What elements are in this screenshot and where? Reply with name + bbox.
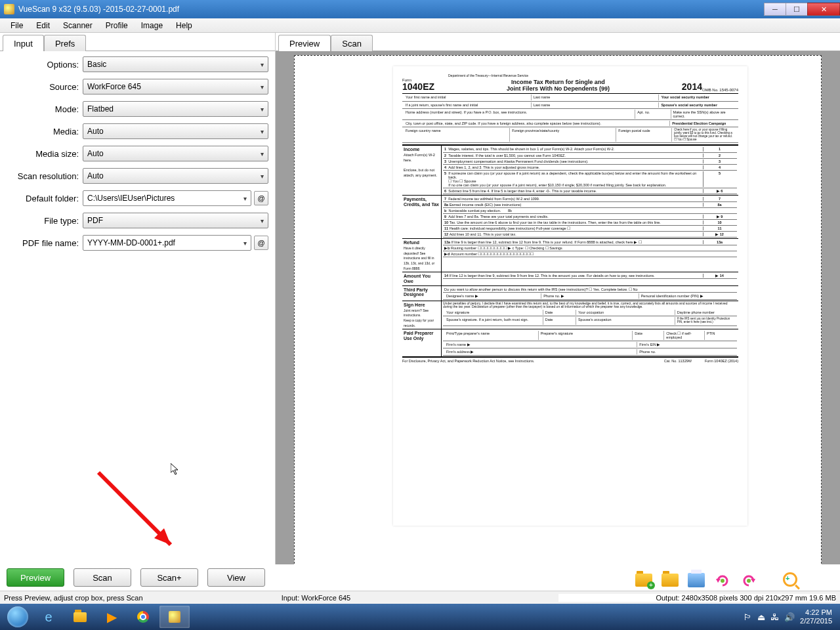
tab-prefs[interactable]: Prefs <box>44 35 86 51</box>
tray-action-icon[interactable]: ⏏ <box>757 612 765 622</box>
printer-icon[interactable] <box>686 571 706 589</box>
taskbar-media-icon[interactable]: ▶ <box>96 606 127 628</box>
start-button[interactable] <box>3 605 33 629</box>
taskbar-explorer-icon[interactable] <box>65 606 95 628</box>
taskbar-ie-icon[interactable]: e <box>33 606 64 628</box>
taskbar-chrome-icon[interactable] <box>128 606 158 628</box>
status-right: Output: 2480x3508 pixels 300 dpi 210x297… <box>558 594 836 602</box>
minimize-button[interactable]: ─ <box>764 3 786 16</box>
menu-edit[interactable]: Edit <box>30 20 56 32</box>
filetype-label: File type: <box>3 216 83 226</box>
maximize-button[interactable]: ☐ <box>786 3 808 16</box>
mode-select[interactable]: Flatbed <box>83 101 268 117</box>
pdfname-label: PDF file name: <box>3 238 83 248</box>
folder-at-button[interactable]: @ <box>254 191 268 205</box>
preview-body[interactable]: Department of the Treasury—Internal Reve… <box>276 51 840 591</box>
system-tray[interactable]: 🏳 ⏏ 🖧 🔊 4:22 PM 2/27/2015 <box>744 608 837 625</box>
options-select[interactable]: Basic <box>83 56 268 72</box>
new-folder-icon[interactable]: + <box>634 571 654 589</box>
menu-help[interactable]: Help <box>169 20 199 32</box>
mediasize-label: Media size: <box>3 149 83 159</box>
rotate-left-icon[interactable] <box>713 571 732 589</box>
svg-marker-4 <box>751 579 755 583</box>
source-select[interactable]: WorkForce 645 <box>83 79 268 94</box>
taskbar: e ▶ 🏳 ⏏ 🖧 🔊 4:22 PM 2/27/2015 <box>0 604 840 630</box>
tray-network-icon[interactable]: 🖧 <box>770 612 779 622</box>
tab-input[interactable]: Input <box>3 35 44 51</box>
annotation-arrow-icon <box>92 466 197 564</box>
tab-preview[interactable]: Preview <box>278 35 331 51</box>
media-select[interactable]: Auto <box>83 123 268 139</box>
menu-image[interactable]: Image <box>135 20 169 32</box>
scan-button[interactable]: Scan <box>74 568 131 587</box>
window-titlebar: VueScan 9 x32 (9.5.03) -2015-02-27-0001.… <box>0 0 840 18</box>
pdfname-at-button[interactable]: @ <box>254 236 268 250</box>
mouse-cursor-icon <box>171 463 181 476</box>
tray-flag-icon[interactable]: 🏳 <box>744 612 752 622</box>
svg-point-5 <box>747 579 751 583</box>
zoom-in-icon[interactable]: + <box>781 571 801 589</box>
left-tabs: Input Prefs <box>0 33 275 51</box>
status-left: Press Preview, adjust crop box, press Sc… <box>4 594 282 602</box>
app-icon <box>4 4 14 14</box>
close-button[interactable]: ✕ <box>807 3 840 16</box>
status-center: Input: WorkForce 645 <box>282 594 559 602</box>
mode-label: Mode: <box>3 104 83 114</box>
open-folder-icon[interactable] <box>660 571 680 589</box>
crop-box[interactable]: Department of the Treasury—Internal Reve… <box>294 55 822 587</box>
status-bar: Press Preview, adjust crop box, press Sc… <box>0 591 840 604</box>
media-label: Media: <box>3 127 83 136</box>
window-title: VueScan 9 x32 (9.5.03) -2015-02-27-0001.… <box>18 5 765 14</box>
tab-scan[interactable]: Scan <box>331 35 373 51</box>
folder-label: Default folder: <box>3 194 83 203</box>
scanres-select[interactable]: Auto <box>83 168 268 184</box>
folder-input[interactable]: C:\Users\IEUser\Pictures <box>83 190 251 206</box>
svg-marker-2 <box>716 579 721 583</box>
menu-bar: File Edit Scanner Profile Image Help <box>0 18 840 33</box>
tray-clock[interactable]: 4:22 PM 2/27/2015 <box>800 608 832 625</box>
menu-profile[interactable]: Profile <box>99 20 135 32</box>
mediasize-select[interactable]: Auto <box>83 146 268 161</box>
scanres-label: Scan resolution: <box>3 171 83 181</box>
preview-button[interactable]: Preview <box>7 568 64 587</box>
toolbar-icons: + + <box>634 571 801 589</box>
source-label: Source: <box>3 82 83 92</box>
scanned-document: Department of the Treasury—Internal Reve… <box>393 66 747 526</box>
svg-point-3 <box>721 579 724 583</box>
rotate-right-icon[interactable] <box>739 571 759 589</box>
view-button[interactable]: View <box>207 568 265 587</box>
right-panel: Preview Scan Department of the Treasury—… <box>276 33 840 591</box>
tray-sound-icon[interactable]: 🔊 <box>784 612 795 622</box>
scanplus-button[interactable]: Scan+ <box>140 568 198 587</box>
pdfname-input[interactable]: YYYY-MM-DD-0001+.pdf <box>83 235 251 251</box>
menu-scanner[interactable]: Scanner <box>56 20 99 32</box>
right-tabs: Preview Scan <box>276 33 840 51</box>
input-form: Options: Basic Source: WorkForce 645 Mod… <box>0 51 275 260</box>
filetype-select[interactable]: PDF <box>83 213 268 228</box>
taskbar-vuescan-icon[interactable] <box>159 606 190 628</box>
menu-file[interactable]: File <box>4 20 30 32</box>
options-label: Options: <box>3 60 83 70</box>
